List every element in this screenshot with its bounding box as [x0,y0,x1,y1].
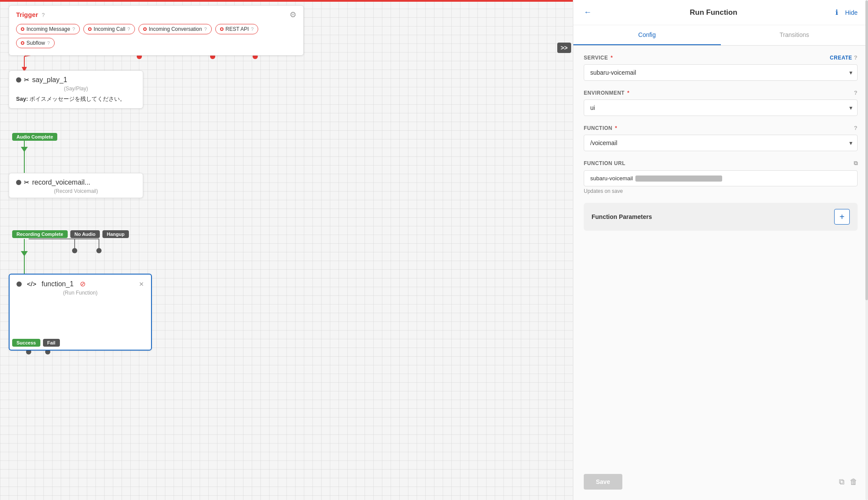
service-select[interactable]: subaru-voicemail [584,64,858,81]
url-note: Updates on save [584,188,858,194]
card-status-dot [16,281,22,287]
action-icons: ⧉ 🗑 [839,477,858,487]
trigger-tabs: Incoming Message ? Incoming Call ? Incom… [16,24,296,48]
info-icon[interactable]: ℹ [835,8,838,17]
panel-form: SERVICE * CREATE ? subaru-voicemail ▾ EN… [573,46,868,474]
card-status-dot [16,77,21,83]
url-redacted [635,175,722,182]
success-badge: Success [12,339,40,347]
params-title: Function Parameters [592,213,652,220]
tab-dot [21,27,24,31]
tab-help: ? [47,40,50,46]
required-marker: * [627,90,629,96]
svg-point-6 [96,248,102,253]
function-help-icon: ? [854,125,858,131]
trigger-help-icon: ? [42,12,45,18]
tab-label: Incoming Call [94,26,125,32]
scrollbar-track [865,0,868,500]
tab-help: ? [204,26,207,32]
hangup-badge: Hangup [102,230,129,238]
tab-dot [21,41,24,45]
audio-complete-badge: Audio Complete [12,133,57,141]
service-group: SERVICE * CREATE ? subaru-voicemail ▾ [584,54,858,81]
hide-button[interactable]: Hide [845,9,858,16]
copy-icon[interactable]: ⧉ [854,160,858,167]
record-badges: Recording Complete No Audio Hangup [12,230,129,238]
function-title: function_1 [42,280,74,288]
url-prefix: subaru-voicemail [590,175,633,182]
function-subtitle: (Run Function) [10,290,151,299]
function-select[interactable]: /voicemail [584,135,858,151]
service-help-icon: ? [854,54,858,61]
tab-label: Incoming Message [26,26,70,32]
record-voicemail-card: ✂ record_voicemail... (Record Voicemail) [9,173,143,198]
environment-select-wrapper: ui ▾ [584,99,858,116]
trigger-settings-icon[interactable]: ⚙ [289,10,296,20]
svg-marker-23 [21,251,28,256]
close-icon[interactable]: ✕ [139,281,144,288]
tab-dot [143,27,147,31]
tab-subflow[interactable]: Subflow ? [16,38,55,48]
tab-help: ? [251,26,253,32]
add-param-button[interactable]: + [834,209,850,225]
service-label: SERVICE * CREATE ? [584,54,858,61]
phone-icon: ✂ [24,76,30,84]
tab-rest-api[interactable]: REST API ? [215,24,259,34]
panel-tabs: Config Transitions [573,25,868,46]
required-marker: * [611,55,613,61]
tab-label: Incoming Conversation [149,26,202,32]
function-url-box: subaru-voicemail [584,170,858,186]
recording-complete-badge: Recording Complete [12,230,68,238]
say-play-title: say_play_1 [32,76,67,84]
svg-marker-22 [21,147,28,152]
panel-header: ← Run Function ℹ Hide [573,0,868,25]
panel-title: Run Function [592,8,835,17]
tab-incoming-message[interactable]: Incoming Message ? [16,24,80,34]
right-panel: ← Run Function ℹ Hide Config Transitions… [573,0,868,500]
save-button[interactable]: Save [584,474,622,490]
function-select-wrapper: /voicemail ▾ [584,135,858,151]
error-icon: ⊘ [80,280,85,288]
code-icon: </> [27,280,36,288]
say-play-body: Say: ボイスメッセージを残してください。 [9,95,143,108]
tab-transitions[interactable]: Transitions [721,25,868,45]
create-link[interactable]: CREATE [830,55,852,61]
environment-label: ENVIRONMENT * ? [584,89,858,96]
environment-group: ENVIRONMENT * ? ui ▾ [584,89,858,116]
duplicate-icon[interactable]: ⧉ [839,477,845,487]
function-url-label: FUNCTION URL ⧉ [584,160,858,167]
svg-point-5 [72,248,77,253]
trigger-title: Trigger [16,11,38,18]
record-voicemail-title: record_voicemail... [32,179,90,186]
tab-help: ? [72,26,75,32]
tab-incoming-call[interactable]: Incoming Call ? [83,24,135,34]
scrollbar-thumb[interactable] [865,0,868,301]
audio-complete-badge-wrapper: Audio Complete [12,133,57,141]
card-status-dot [16,180,21,185]
tab-incoming-conversation[interactable]: Incoming Conversation ? [138,24,212,34]
expand-button[interactable]: >> [557,43,571,53]
say-play-subtitle: (Say/Play) [9,86,143,95]
tab-config[interactable]: Config [573,25,721,45]
back-button[interactable]: ← [584,8,592,17]
workflow-canvas: Trigger ? ⚙ Incoming Message ? Incoming … [0,0,573,500]
function-params-section: Function Parameters + [584,203,858,231]
required-marker: * [615,125,617,131]
save-row: Save ⧉ 🗑 [573,474,868,500]
function-label: FUNCTION * ? [584,125,858,131]
top-red-bar [0,0,573,2]
tab-label: REST API [226,26,249,32]
function-group: FUNCTION * ? /voicemail ▾ [584,125,858,151]
tab-dot [220,27,224,31]
tab-label: Subflow [26,40,45,46]
environment-select[interactable]: ui [584,99,858,116]
service-select-wrapper: subaru-voicemail ▾ [584,64,858,81]
delete-icon[interactable]: 🗑 [850,477,858,487]
fail-badge: Fail [43,339,60,347]
function-badges: Success Fail [12,339,60,347]
no-audio-badge: No Audio [70,230,100,238]
phone-icon: ✂ [24,179,30,186]
trigger-panel: Trigger ? ⚙ Incoming Message ? Incoming … [9,5,304,56]
environment-help-icon: ? [854,89,858,96]
say-play-card: ✂ say_play_1 (Say/Play) Say: ボイスメッセージを残し… [9,70,143,109]
